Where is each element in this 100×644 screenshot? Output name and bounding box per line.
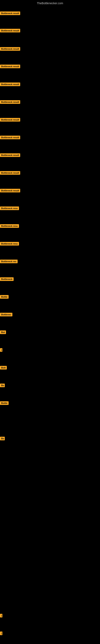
site-title: TheBottlenecker.com (0, 0, 100, 6)
result-row-18: Bottlenec (0, 313, 12, 317)
result-row-2: Bottleneck result (0, 29, 20, 33)
result-row-9: Bottleneck result (0, 153, 20, 158)
bottleneck-badge-19[interactable]: Bot (0, 330, 6, 334)
result-row-12: Bottleneck resu (0, 206, 19, 211)
bottleneck-badge-4[interactable]: Bottleneck result (0, 64, 20, 68)
bottleneck-badge-16[interactable]: Bottleneck (0, 277, 14, 281)
bottleneck-badge-17[interactable]: Bottle (0, 295, 9, 299)
bottleneck-badge-23[interactable]: Bottle (0, 401, 9, 405)
bottleneck-badge-20[interactable]: | (0, 348, 2, 352)
bottleneck-badge-6[interactable]: Bottleneck result (0, 100, 20, 104)
result-row-22: Bo (0, 384, 5, 388)
bottleneck-badge-15[interactable]: Bottleneck res (0, 260, 18, 263)
result-row-21: Bott (0, 366, 7, 370)
result-row-13: Bottleneck resu (0, 224, 19, 228)
result-row-11: Bottleneck result (0, 189, 20, 193)
result-row-25: Bo (0, 437, 5, 441)
result-row-23: Bottle (0, 401, 9, 406)
result-row-8: Bottleneck result (0, 136, 20, 140)
result-row-10: Bottleneck result (0, 171, 20, 176)
bottleneck-badge-3[interactable]: Bottleneck result (0, 47, 20, 51)
bottleneck-badge-2[interactable]: Bottleneck result (0, 29, 20, 32)
bottleneck-badge-21[interactable]: Bott (0, 366, 7, 370)
bottleneck-badge-11[interactable]: Bottleneck result (0, 189, 20, 192)
result-row-15: Bottleneck res (0, 260, 18, 264)
bottleneck-badge-25[interactable]: Bo (0, 437, 5, 440)
bottleneck-badge-14[interactable]: Bottleneck resu (0, 242, 19, 246)
result-row-3: Bottleneck result (0, 47, 20, 52)
result-row-5: Bottleneck result (0, 82, 20, 87)
result-row-4: Bottleneck result (0, 64, 20, 69)
bottleneck-badge-8[interactable]: Bottleneck result (0, 136, 20, 139)
result-row-16: Bottleneck (0, 277, 14, 282)
bottleneck-badge-7[interactable]: Bottleneck result (0, 118, 20, 122)
result-row-6: Bottleneck result (0, 100, 20, 105)
result-row-17: Bottle (0, 295, 9, 300)
result-row-7: Bottleneck result (0, 118, 20, 122)
bottleneck-badge-22[interactable]: Bo (0, 384, 5, 387)
result-row-19: Bot (0, 330, 6, 335)
result-row-35: | (0, 614, 2, 618)
result-row-14: Bottleneck resu (0, 242, 19, 246)
result-row-1: Bottleneck result (0, 12, 20, 16)
result-row-36: | (0, 632, 2, 636)
bottleneck-badge-1[interactable]: Bottleneck result (0, 12, 20, 15)
bottleneck-badge-10[interactable]: Bottleneck result (0, 171, 20, 175)
bottleneck-badge-36[interactable]: | (0, 632, 2, 635)
bottleneck-badge-9[interactable]: Bottleneck result (0, 153, 20, 157)
bottleneck-badge-13[interactable]: Bottleneck resu (0, 224, 19, 228)
bottleneck-badge-18[interactable]: Bottlenec (0, 313, 12, 316)
bottleneck-badge-35[interactable]: | (0, 614, 2, 618)
bottleneck-badge-5[interactable]: Bottleneck result (0, 82, 20, 86)
result-row-20: | (0, 348, 2, 352)
bottleneck-badge-12[interactable]: Bottleneck resu (0, 206, 19, 210)
